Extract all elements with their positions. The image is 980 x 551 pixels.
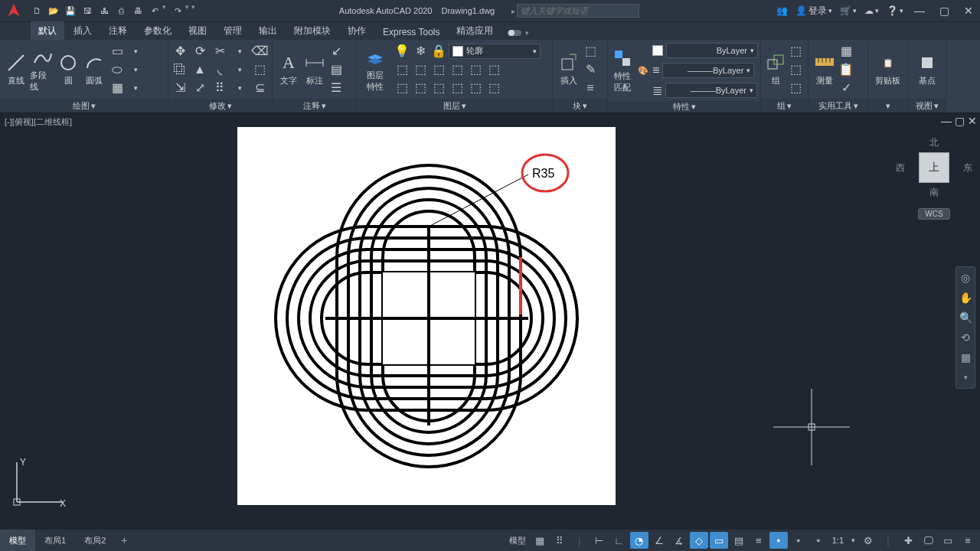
group-tool-icon[interactable]: ⬚ [787,61,804,78]
color-wheel-icon[interactable]: 🎨 [634,58,652,83]
vp-close-icon[interactable]: ✕ [968,115,977,127]
panel-clipboard[interactable]: ▾ [868,99,907,112]
status-snap-icon[interactable]: ⠿ [550,532,569,549]
layer-tool-icon[interactable]: ⬚ [467,80,484,96]
close-button[interactable]: ✕ [960,5,977,17]
tab-insert[interactable]: 插入 [66,21,100,40]
qat-plot-icon[interactable]: ⎙ [113,3,129,18]
status-gear-icon[interactable]: ⚙ [859,532,877,549]
stretch-tool-icon[interactable]: ⇲ [172,80,188,96]
circle-tool[interactable]: 圆 [55,51,81,88]
vp-minimize-icon[interactable]: ― [941,115,952,127]
layout-tab-model[interactable]: 模型 [0,530,35,551]
copy-tool-icon[interactable]: ⿻ [172,61,188,78]
polyline-tool[interactable]: 多段线 [29,45,55,94]
status-annovis-icon[interactable]: ⭑ [789,532,808,549]
nav-wheel-icon[interactable]: ◎ [958,270,973,285]
cart-icon[interactable]: 🛒▾ [840,5,857,16]
tab-annotate[interactable]: 注释 [101,21,135,40]
arc-tool[interactable]: 圆弧 [81,51,107,88]
tab-express[interactable]: Express Tools [375,24,447,40]
tab-parametric[interactable]: 参数化 [136,21,179,40]
qat-open-icon[interactable]: 📂 [46,3,61,18]
qat-web-icon[interactable]: 🖧 [96,3,112,18]
panel-annotation[interactable]: 注释 ▾ [273,99,356,112]
fillet-tool-icon[interactable]: ◟ [211,61,228,78]
chevron-down-icon[interactable]: ▾ [127,61,144,78]
layer-tool-icon[interactable]: ⬚ [430,61,447,78]
minimize-button[interactable]: ― [911,5,928,17]
text-tool[interactable]: A文字 [276,51,302,88]
layer-tool-icon[interactable]: ⬚ [485,61,502,78]
layer-tool-icon[interactable]: ⬚ [394,80,410,96]
group-tool-icon[interactable]: ⬚ [787,80,804,96]
lineweight-combo[interactable]: ———ByLayer▾ [662,63,754,78]
status-cycle-icon[interactable]: ≡ [750,532,768,549]
qat-more-icon[interactable]: ▾ [191,3,202,18]
viewcube-top[interactable]: 上 [919,152,949,183]
infocenter-icon[interactable]: 👥 [776,5,788,16]
chevron-down-icon[interactable]: ▾ [162,3,168,18]
status-polar-icon[interactable]: ∟ [610,532,629,549]
signin-button[interactable]: 👤 登录 ▾ [795,5,832,18]
status-ws-icon[interactable]: ✚ [899,532,917,549]
layer-bulb-on-icon[interactable]: 💡 [394,43,410,60]
ucs-icon[interactable]: Y X [9,456,70,520]
erase-tool-icon[interactable]: ⌫ [251,43,268,60]
chevron-down-icon[interactable]: ▾ [185,3,191,18]
panel-modify[interactable]: 修改 ▾ [168,99,272,112]
color-combo[interactable]: ByLayer▾ [666,43,758,58]
chevron-down-icon[interactable]: ▾ [231,80,248,96]
linetype-combo[interactable]: ———ByLayer▾ [665,83,757,98]
chevron-down-icon[interactable]: ▾ [127,43,144,60]
layout-tab-2[interactable]: 布局2 [75,530,115,551]
app-menu-button[interactable] [0,0,28,21]
panel-draw[interactable]: 绘图 ▾ [0,99,168,112]
nav-expand-icon[interactable]: ▾ [958,370,973,385]
status-osnap-icon[interactable]: ∡ [670,532,688,549]
status-customize-icon[interactable]: ≡ [959,532,977,549]
rotate-tool-icon[interactable]: ⟳ [191,43,208,60]
qat-saveas-icon[interactable]: 🖫 [80,3,95,18]
trim-tool-icon[interactable]: ✂ [211,43,228,60]
layer-tool-icon[interactable]: ⬚ [485,80,502,96]
tab-addins[interactable]: 附加模块 [286,21,338,40]
tab-featured[interactable]: 精选应用 [449,21,501,40]
status-otrack-icon[interactable]: ∠ [650,532,668,549]
restore-button[interactable]: ▢ [936,5,952,17]
nav-zoom-icon[interactable]: 🔍 [958,310,973,325]
layer-lock-icon[interactable]: 🔒 [430,43,447,60]
status-annoscale-icon[interactable]: ⭑ [769,532,788,549]
layer-tool-icon[interactable]: ⬚ [449,80,466,96]
layer-tool-icon[interactable]: ⬚ [449,61,466,78]
block-attr-icon[interactable]: ≡ [582,80,599,96]
chevron-down-icon[interactable]: ▾ [127,80,144,96]
drawing-canvas[interactable]: R35 [237,127,616,505]
a360-icon[interactable]: ☁▾ [864,5,879,16]
layer-tool-icon[interactable]: ⬚ [412,80,429,96]
qat-print-icon[interactable]: 🖶 [130,3,145,18]
move-tool-icon[interactable]: ✥ [172,43,188,60]
group-tool-icon[interactable]: ⬚ [787,43,804,60]
status-transparency-icon[interactable]: ▤ [730,532,748,549]
status-cleanscreen-icon[interactable]: ▭ [939,532,957,549]
panel-block[interactable]: 块 ▾ [553,99,607,112]
nav-showmotion-icon[interactable]: ▦ [958,350,973,365]
layer-combo[interactable]: 轮廓▾ [449,44,541,59]
util-tool-icon[interactable]: ✓ [838,80,854,96]
util-tool-icon[interactable]: ▦ [838,43,854,60]
offset-tool-icon[interactable]: ⊆ [251,80,268,96]
block-create-icon[interactable]: ⬚ [582,43,599,60]
basepoint-button[interactable]: 基点 [911,51,942,88]
explode-tool-icon[interactable]: ⬚ [251,61,268,78]
measure-button[interactable]: 测量 [812,51,838,88]
rect-tool-icon[interactable]: ▭ [109,43,126,60]
layer-tool-icon[interactable]: ⬚ [394,61,410,78]
status-grid-icon[interactable]: ▦ [531,532,549,549]
layer-tool-icon[interactable]: ⬚ [412,61,429,78]
layer-properties-button[interactable]: 图层 特性 [360,45,390,94]
chevron-down-icon[interactable]: ▾ [231,43,248,60]
tab-manage[interactable]: 管理 [216,21,250,40]
panel-utilities[interactable]: 实用工具 ▾ [808,99,867,112]
status-ortho-icon[interactable]: ⊢ [590,532,609,549]
